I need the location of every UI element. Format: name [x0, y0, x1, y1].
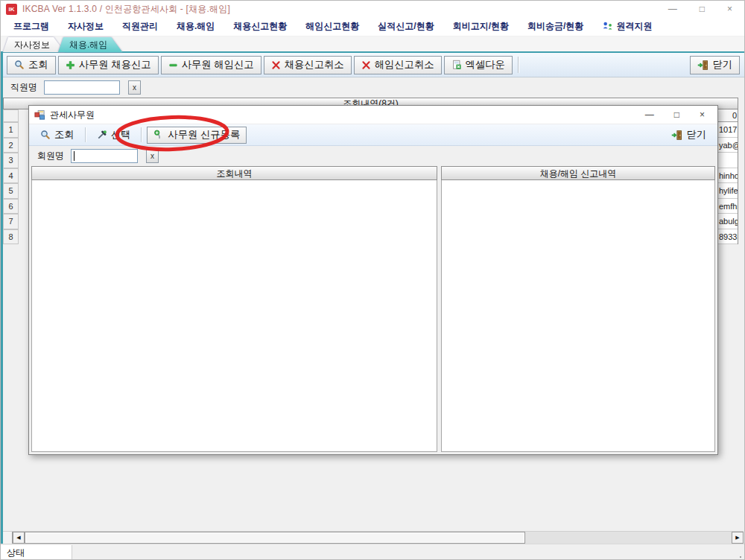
window-title: IKCBA Ver 1.1.3.0 / 인천공항관세사회 - [채용.해임] — [22, 3, 230, 16]
table-cell-fragment[interactable]: 10171 — [718, 122, 738, 138]
title-bar: IK IKCBA Ver 1.1.3.0 / 인천공항관세사회 - [채용.해임… — [1, 1, 744, 17]
menu-performance-report[interactable]: 실적신고/현황 — [378, 20, 434, 33]
row-number[interactable]: 5 — [3, 183, 19, 199]
employee-filter-row: 직원명 x — [3, 77, 745, 98]
door-exit-icon — [697, 60, 708, 71]
dialog-maximize-button[interactable]: □ — [674, 109, 679, 120]
status-label: 상태 — [1, 545, 72, 560]
dialog-title-bar: 관세사무원 — □ × — [29, 106, 717, 124]
red-x-icon — [361, 60, 371, 70]
text-cursor — [74, 151, 74, 161]
table-cell-fragment[interactable]: yab@ — [718, 138, 738, 153]
picker-icon — [97, 130, 107, 140]
excel-icon — [451, 60, 462, 70]
plus-icon — [66, 60, 75, 70]
toolbar-separator — [141, 127, 142, 142]
employee-dismiss-report-button[interactable]: 사무원 해임신고 — [161, 56, 261, 74]
table-cell-fragment[interactable]: hylife@ — [718, 183, 738, 199]
app-logo-icon: IK — [6, 4, 17, 15]
dialog-close-button[interactable]: × — [700, 109, 705, 120]
new-plus-icon — [153, 130, 164, 140]
close-screen-button[interactable]: 닫기 — [690, 56, 740, 74]
maximize-button[interactable]: □ — [700, 4, 705, 14]
main-toolbar: 조회 사무원 채용신고 사무원 해임신고 채용신고취소 해임신고취소 엑셀다운 … — [3, 53, 745, 77]
row-header-corner — [3, 109, 19, 122]
hire-dismiss-report-panel-body[interactable] — [441, 180, 715, 452]
menu-fee-notice[interactable]: 회비고지/현황 — [453, 20, 509, 33]
search-icon — [40, 130, 51, 140]
tab-hire-dismiss[interactable]: 채용.해임 — [58, 39, 122, 51]
scrollbar-corner-box — [3, 532, 13, 544]
menu-employee-mgmt[interactable]: 직원관리 — [122, 20, 158, 33]
resize-grip[interactable] — [740, 556, 741, 558]
menu-fee-remit[interactable]: 회비송금/현황 — [527, 20, 583, 33]
member-name-clear-button[interactable]: x — [146, 149, 159, 163]
dialog-select-button[interactable]: 선택 — [91, 127, 137, 144]
scroll-left-arrow[interactable]: ◀ — [13, 532, 25, 544]
row-number[interactable]: 8 — [3, 229, 19, 245]
hire-report-cancel-label: 채용신고취소 — [285, 58, 344, 71]
dialog-minimize-button[interactable]: — — [645, 109, 654, 120]
scrollbar-track[interactable] — [525, 532, 732, 544]
excel-download-label: 엑셀다운 — [466, 58, 505, 71]
excel-download-button[interactable]: 엑셀다운 — [444, 56, 513, 74]
close-screen-label: 닫기 — [712, 58, 732, 71]
scrollbar-thumb[interactable] — [25, 532, 525, 544]
scroll-right-arrow[interactable]: ▶ — [732, 532, 744, 544]
search-result-panel-body[interactable] — [31, 180, 437, 452]
row-number[interactable]: 2 — [3, 138, 19, 153]
employee-hire-report-button[interactable]: 사무원 채용신고 — [58, 56, 159, 74]
customs-clerk-dialog: 관세사무원 — □ × 조회 선택 사무원 신규등록 — [28, 105, 718, 455]
table-right-fragment-column: 0 10171 yab@ hinho- hylife@ emfhs abulgo… — [718, 109, 738, 244]
dialog-close-screen-button[interactable]: 닫기 — [665, 127, 712, 144]
dismiss-report-cancel-label: 해임신고취소 — [375, 58, 434, 71]
menu-program[interactable]: 프로그램 — [13, 20, 49, 33]
search-button-label: 조회 — [28, 58, 48, 71]
dialog-search-label: 조회 — [54, 128, 74, 141]
row-number[interactable]: 6 — [3, 199, 19, 214]
employee-name-label: 직원명 — [10, 81, 37, 94]
hire-dismiss-report-panel: 채용/해임 신고내역 — [441, 166, 715, 452]
dialog-toolbar: 조회 선택 사무원 신규등록 닫기 — [29, 124, 717, 146]
dialog-close-screen-label: 닫기 — [686, 128, 706, 141]
table-cell-fragment[interactable]: abulgo — [718, 214, 738, 229]
search-result-panel-header: 조회내역 — [31, 166, 437, 180]
menu-hire-dismiss[interactable]: 채용.해임 — [177, 20, 215, 33]
employee-name-clear-button[interactable]: x — [128, 80, 141, 95]
row-number[interactable]: 3 — [3, 153, 19, 168]
dialog-select-label: 선택 — [111, 128, 131, 141]
dialog-title: 관세사무원 — [50, 109, 95, 121]
tab-company-info[interactable]: 자사정보 — [3, 39, 65, 51]
minimize-button[interactable]: — — [668, 4, 677, 14]
hire-report-cancel-button[interactable]: 채용신고취소 — [264, 56, 352, 74]
row-number[interactable]: 1 — [3, 122, 19, 138]
menu-hire-report-status[interactable]: 채용신고현황 — [233, 20, 287, 33]
table-cell-fragment[interactable]: hinho- — [718, 168, 738, 184]
employee-hire-report-label: 사무원 채용신고 — [79, 58, 151, 71]
member-name-label: 회원명 — [37, 150, 64, 162]
red-x-icon — [271, 60, 281, 70]
clerk-new-register-label: 사무원 신규등록 — [168, 128, 240, 141]
menu-dismiss-report-status[interactable]: 해임신고현황 — [305, 20, 359, 33]
table-cell-fragment[interactable]: 893350 — [718, 229, 738, 245]
remote-support-icon — [602, 21, 613, 32]
dismiss-report-cancel-button[interactable]: 해임신고취소 — [354, 56, 442, 74]
close-button[interactable]: × — [727, 4, 732, 14]
table-cell-fragment[interactable] — [718, 153, 738, 168]
table-cell-fragment[interactable]: emfhs — [718, 199, 738, 214]
horizontal-scrollbar: ◀ ▶ — [3, 531, 744, 544]
row-number[interactable]: 7 — [3, 214, 19, 229]
menu-company-info[interactable]: 자사정보 — [68, 20, 104, 33]
clerk-new-register-button[interactable]: 사무원 신규등록 — [147, 127, 247, 144]
member-name-input[interactable] — [71, 149, 138, 163]
member-filter-row: 회원명 x — [29, 146, 717, 166]
search-button[interactable]: 조회 — [7, 56, 56, 74]
row-number[interactable]: 4 — [3, 168, 19, 184]
toolbar-separator — [85, 127, 86, 142]
minus-icon — [168, 60, 178, 70]
search-result-panel: 조회내역 — [31, 166, 437, 452]
dialog-search-button[interactable]: 조회 — [34, 127, 80, 144]
employee-name-input[interactable] — [44, 80, 120, 95]
menu-remote-support[interactable]: 원격지원 — [602, 20, 652, 33]
employee-dismiss-report-label: 사무원 해임신고 — [182, 58, 254, 71]
